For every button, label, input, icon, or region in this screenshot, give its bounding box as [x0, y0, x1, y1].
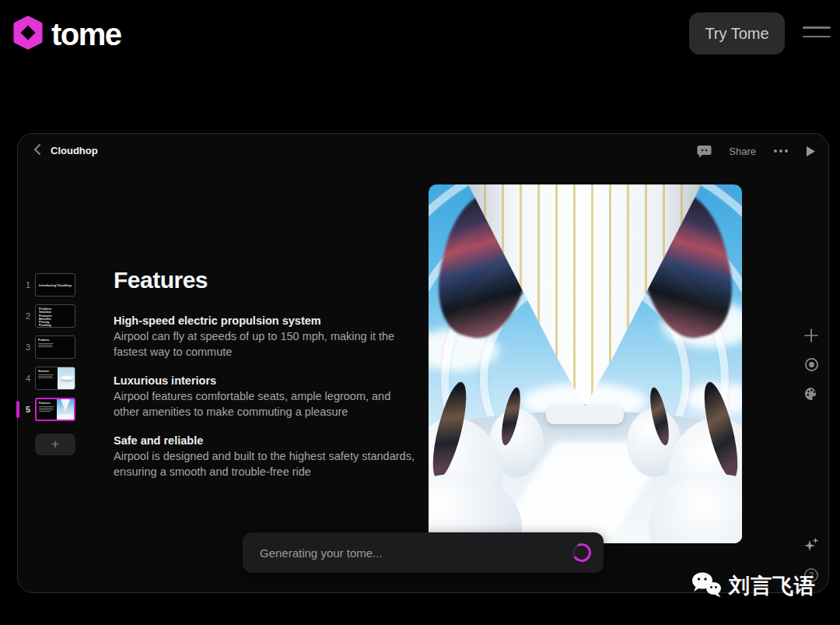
watermark-text: 刘言飞语 — [729, 572, 816, 600]
slide-text-column: Features High-speed electric propulsion … — [114, 267, 425, 493]
thumb-text-block: Problem — [36, 336, 58, 358]
document-title: Cloudhop — [51, 145, 98, 156]
thumb-image-aircraft — [58, 367, 75, 389]
tome-logo[interactable]: tome — [11, 16, 121, 53]
feature-section-2[interactable]: Luxurious interiors Airpool features com… — [114, 373, 425, 420]
thumb-text-block: Solution — [36, 367, 58, 389]
thumb-title-text: Introducing Cloudhop — [36, 274, 75, 296]
toast-message: Generating your tome... — [260, 546, 383, 560]
back-chevron-icon[interactable] — [33, 144, 40, 157]
slide-row-1: 1 Introducing Cloudhop — [18, 273, 103, 297]
selected-slide-indicator — [16, 401, 19, 418]
slide-number: 1 — [18, 280, 30, 290]
generate-sparkle-icon[interactable] — [803, 537, 820, 554]
generating-toast: Generating your tome... — [243, 532, 604, 573]
slide-thumbnail-5-selected[interactable]: Features — [35, 398, 75, 421]
loading-spinner — [570, 541, 593, 564]
site-header: tome Try Tome — [0, 0, 840, 70]
wechat-watermark: 刘言飞语 — [691, 571, 816, 602]
slide-thumbnail-4[interactable]: Solution — [35, 367, 75, 390]
slide-row-2: 2 Problem Solution Features Benefits Pri… — [18, 304, 103, 328]
slide-heading[interactable]: Features — [114, 267, 425, 293]
tome-editor-window: Cloudhop Share 1 Introducing Cloudhop 2 … — [17, 133, 829, 593]
feature-section-3[interactable]: Safe and reliable Airpool is designed an… — [114, 433, 425, 479]
try-tome-button[interactable]: Try Tome — [689, 12, 785, 54]
slide-row-3: 3 Problem — [18, 335, 103, 359]
tome-logo-icon — [11, 16, 45, 53]
slide-thumbnail-2[interactable]: Problem Solution Features Benefits Prici… — [35, 304, 75, 328]
thumb-text-block: Features — [37, 399, 57, 420]
slide-row-4: 4 Solution — [18, 367, 103, 390]
share-button[interactable]: Share — [729, 146, 756, 157]
slide-number: 3 — [18, 342, 30, 352]
add-slide-button[interactable]: + — [35, 434, 75, 455]
more-options-icon[interactable] — [773, 149, 789, 153]
window-actions: Share — [697, 142, 816, 160]
add-content-icon[interactable] — [803, 327, 820, 344]
hero-far-bench — [546, 406, 624, 424]
comment-icon[interactable] — [697, 145, 712, 158]
slide-thumbnail-1[interactable]: Introducing Cloudhop — [35, 273, 75, 297]
slide-thumbnail-3[interactable]: Problem — [35, 335, 75, 359]
menu-icon[interactable] — [803, 26, 831, 37]
logo-wordmark: tome — [51, 17, 121, 52]
thumb-image-city — [58, 336, 75, 358]
feature-section-1[interactable]: High-speed electric propulsion system Ai… — [114, 313, 425, 360]
thumb-image-pod — [57, 399, 74, 420]
slide-hero-image-pod-interior[interactable] — [429, 184, 742, 543]
slide-row-5: 5 Features — [18, 398, 103, 421]
thumb-agenda-text: Problem Solution Features Benefits Prici… — [36, 305, 52, 327]
slide-number: 5 — [18, 405, 30, 414]
wechat-icon — [691, 571, 723, 602]
record-icon[interactable] — [803, 356, 820, 373]
present-play-icon[interactable] — [806, 146, 816, 157]
slide-number: 4 — [18, 374, 30, 383]
slide-number: 2 — [18, 311, 30, 321]
theme-palette-icon[interactable] — [803, 385, 820, 402]
